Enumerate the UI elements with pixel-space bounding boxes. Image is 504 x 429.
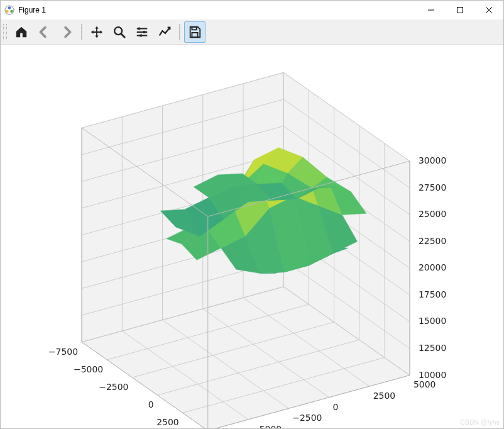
svg-rect-8	[140, 35, 142, 37]
back-icon	[37, 25, 51, 39]
save-button[interactable]	[184, 21, 205, 43]
titlebar: Figure 1	[1, 1, 503, 20]
edit-axis-button[interactable]	[154, 21, 175, 43]
toolbar-separator	[81, 24, 82, 40]
svg-rect-4	[457, 8, 463, 13]
surface-3d-plot: −7500−5000−2500025005000−7500−5000−25000…	[1, 45, 503, 428]
y-tick-label: 2500	[373, 391, 395, 401]
z-tick-label: 20000	[419, 262, 446, 272]
close-button[interactable]	[474, 1, 503, 20]
plot-canvas[interactable]: −7500−5000−2500025005000−7500−5000−25000…	[1, 45, 503, 428]
z-tick-label: 25000	[419, 209, 446, 219]
toolbar-grip	[3, 24, 7, 40]
chart-line-icon	[158, 25, 172, 39]
configure-subplots-button[interactable]	[131, 21, 153, 43]
toolbar	[1, 20, 503, 45]
save-icon	[188, 25, 202, 39]
z-tick-label: 22500	[419, 236, 446, 246]
z-tick-label: 10000	[419, 370, 446, 380]
maximize-icon	[457, 7, 463, 13]
toolbar-separator	[179, 24, 180, 40]
x-tick-label: −7500	[48, 347, 78, 357]
svg-point-3	[6, 10, 8, 13]
sliders-icon	[135, 25, 149, 39]
x-tick-label: 0	[148, 399, 154, 410]
window-title: Figure 1	[18, 6, 417, 14]
x-tick-label: 2500	[156, 417, 178, 427]
y-tick-label: −2500	[292, 413, 322, 423]
x-tick-label: −5000	[74, 364, 103, 374]
close-icon	[486, 7, 492, 13]
y-tick-label: 0	[332, 402, 338, 412]
z-tick-label: 12500	[419, 343, 446, 353]
watermark: CSDN @fyhs	[460, 419, 500, 426]
app-icon	[4, 5, 14, 15]
app-window: Figure 1	[0, 0, 504, 429]
z-tick-label: 30000	[419, 155, 446, 165]
pan-icon	[90, 25, 104, 39]
x-tick-label: −2500	[99, 382, 128, 392]
y-tick-label: 5000	[414, 379, 436, 389]
svg-rect-9	[192, 27, 196, 30]
svg-rect-7	[143, 31, 146, 33]
svg-point-2	[10, 10, 13, 13]
minimize-button[interactable]	[417, 1, 446, 20]
svg-rect-6	[138, 28, 141, 30]
z-tick-label: 17500	[419, 289, 446, 299]
home-icon	[14, 25, 28, 39]
pan-button[interactable]	[86, 21, 107, 43]
forward-button[interactable]	[56, 21, 77, 43]
y-tick-label: −5000	[252, 424, 282, 428]
zoom-button[interactable]	[109, 21, 130, 43]
forward-icon	[60, 25, 74, 39]
svg-point-1	[8, 6, 11, 9]
z-tick-label: 27500	[419, 182, 446, 192]
back-button[interactable]	[33, 21, 55, 43]
svg-rect-10	[192, 33, 197, 37]
z-tick-label: 15000	[419, 316, 446, 326]
minimize-icon	[428, 7, 434, 13]
home-button[interactable]	[11, 21, 32, 43]
maximize-button[interactable]	[446, 1, 474, 20]
zoom-icon	[112, 25, 126, 39]
